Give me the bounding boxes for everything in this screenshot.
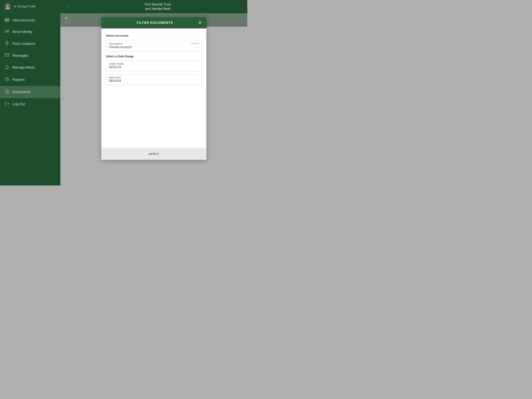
modal-spacer xyxy=(101,93,206,148)
svg-rect-8 xyxy=(5,54,9,56)
sidebar-nav: View Accounts Move Money Find Locati xyxy=(0,13,60,186)
date-range-section: Select a Date Range START DATE 02/01/19 … xyxy=(106,55,202,85)
page-content: D Vi FILTER DOCUMENTS ✕ Select Accounts xyxy=(60,13,247,186)
sidebar: ⚙ Manage Profile View Accounts xyxy=(0,0,60,186)
accounts-field-label: ACCOUNTS xyxy=(109,43,132,45)
svg-rect-3 xyxy=(5,19,9,20)
sidebar-item-move-money[interactable]: Move Money xyxy=(0,26,60,38)
modal-close-button[interactable]: ✕ xyxy=(198,21,202,25)
move-money-icon xyxy=(5,30,9,34)
view-accounts-label: View Accounts xyxy=(13,18,35,22)
sidebar-item-find-locations[interactable]: Find Locations xyxy=(0,38,60,50)
find-locations-icon xyxy=(5,41,9,46)
log-out-label: Log Out xyxy=(13,102,25,106)
accounts-field[interactable]: ACCOUNTS Choose Account required → xyxy=(106,40,202,51)
sidebar-profile[interactable]: ⚙ Manage Profile xyxy=(0,0,60,13)
svg-point-0 xyxy=(6,5,9,7)
svg-rect-4 xyxy=(5,21,9,21)
gear-icon: ⚙ xyxy=(14,5,16,8)
log-out-icon xyxy=(5,102,9,107)
modal-title: FILTER DOCUMENTS xyxy=(111,21,198,25)
sidebar-item-manage-alerts[interactable]: Manage Alerts xyxy=(0,61,60,74)
apply-button[interactable]: APPLY xyxy=(106,152,202,156)
start-date-field[interactable]: START DATE 02/01/19 → xyxy=(106,61,202,71)
end-date-field[interactable]: END DATE 08/14/19 → xyxy=(106,74,202,85)
end-date-value: 08/14/19 xyxy=(109,79,121,83)
svg-rect-2 xyxy=(5,18,9,19)
date-section-label: Select a Date Range xyxy=(106,55,202,58)
manage-alerts-icon xyxy=(5,65,9,70)
reports-label: Reports xyxy=(13,78,25,82)
end-date-field-inner: END DATE 08/14/19 xyxy=(109,76,121,83)
modal-body: Select Accounts ACCOUNTS Choose Account … xyxy=(101,28,206,93)
messages-icon xyxy=(5,53,9,58)
start-date-arrow-icon: → xyxy=(195,64,199,68)
find-locations-label: Find Locations xyxy=(13,42,35,46)
back-button[interactable]: ‹ xyxy=(65,3,70,10)
svg-point-7 xyxy=(7,42,8,43)
accounts-arrow-icon: → xyxy=(195,45,199,49)
accounts-required-text: required xyxy=(191,42,199,45)
modal-footer: APPLY xyxy=(101,148,206,160)
accounts-field-value: Choose Account xyxy=(109,45,132,49)
end-date-arrow-icon: → xyxy=(195,77,199,82)
sidebar-item-view-accounts[interactable]: View Accounts xyxy=(0,15,60,26)
documents-icon xyxy=(5,90,9,95)
modal-header: FILTER DOCUMENTS ✕ xyxy=(101,17,206,28)
documents-label: Documents xyxy=(13,90,30,94)
move-money-label: Move Money xyxy=(13,30,32,34)
manage-profile-button[interactable]: ⚙ Manage Profile xyxy=(14,5,36,8)
accounts-field-inner: ACCOUNTS Choose Account xyxy=(109,43,132,49)
sidebar-item-reports[interactable]: Reports xyxy=(0,74,60,86)
manage-profile-label: Manage Profile xyxy=(17,5,36,8)
avatar-icon xyxy=(4,3,11,10)
sidebar-item-log-out[interactable]: Log Out xyxy=(0,98,60,110)
accounts-section-label: Select Accounts xyxy=(106,34,202,37)
start-date-label: START DATE xyxy=(109,63,124,65)
accounts-field-right: required → xyxy=(191,42,199,49)
start-date-field-inner: START DATE 02/01/19 xyxy=(109,63,124,69)
modal-overlay: FILTER DOCUMENTS ✕ Select Accounts ACCOU… xyxy=(60,13,247,186)
main-area: ‹ First Security Trust and Savings Bank … xyxy=(60,0,247,186)
filter-documents-modal: FILTER DOCUMENTS ✕ Select Accounts ACCOU… xyxy=(101,17,206,160)
svg-point-1 xyxy=(6,7,10,9)
manage-alerts-label: Manage Alerts xyxy=(13,65,35,70)
start-date-value: 02/01/19 xyxy=(109,65,124,69)
app-title: First Security Trust and Savings Bank xyxy=(73,2,243,11)
messages-label: Messages xyxy=(13,54,28,58)
view-accounts-icon xyxy=(5,18,9,23)
sidebar-item-messages[interactable]: Messages xyxy=(0,50,60,61)
app-header: ‹ First Security Trust and Savings Bank xyxy=(60,0,247,13)
end-date-label: END DATE xyxy=(109,76,121,79)
reports-icon xyxy=(5,77,9,82)
sidebar-item-documents[interactable]: Documents xyxy=(0,86,60,98)
